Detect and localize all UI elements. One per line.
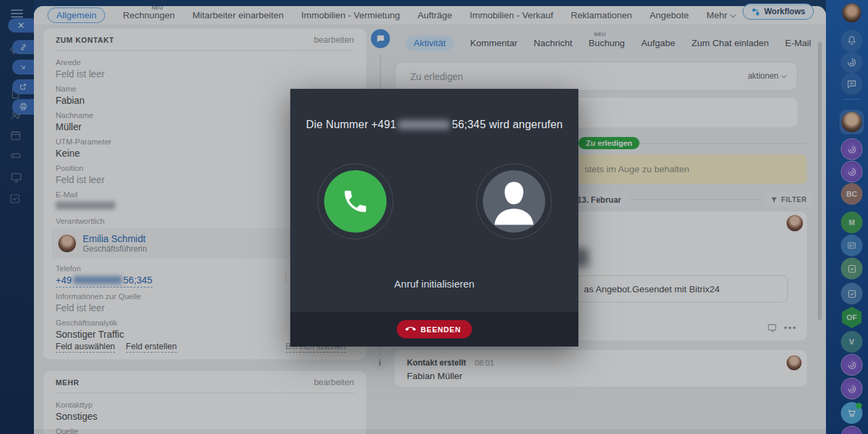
callee-avatar-ring <box>476 163 552 239</box>
end-call-button[interactable]: BEENDEN <box>397 320 471 338</box>
call-button-ring <box>317 163 393 239</box>
call-title: Die Nummer +49156;345 wird angerufen <box>290 119 578 131</box>
bitrix24-crm-app: ✕ Allgemein NEURechnungen Mitarbeiter ei… <box>0 0 868 434</box>
call-modal-footer: BEENDEN <box>290 312 578 347</box>
call-modal: Die Nummer +49156;345 wird angerufen Anr… <box>290 89 578 347</box>
phone-redacted <box>398 120 450 130</box>
phone-call-icon <box>324 170 387 233</box>
call-status-text: Anruf initialisieren <box>290 278 578 290</box>
hangup-icon <box>403 322 418 336</box>
callee-avatar-placeholder <box>483 170 545 233</box>
